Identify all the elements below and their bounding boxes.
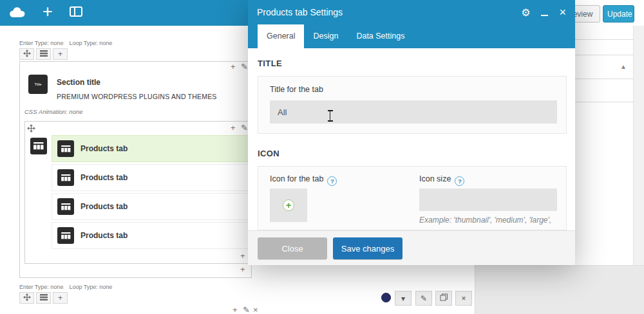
tab-data-settings[interactable]: Data Settings: [347, 24, 413, 48]
tab-row-icon: [57, 140, 74, 157]
icon-field-panel: Icon for the tab? + Icon size? Example: …: [258, 166, 567, 230]
edit-section-icon[interactable]: ✎: [241, 62, 248, 71]
modal-body: TITLE Title for the tab ICON Icon for th…: [248, 48, 575, 230]
title-section-heading: TITLE: [258, 59, 282, 68]
add-icon-button[interactable]: +: [283, 199, 294, 211]
add-element-icon[interactable]: +: [231, 62, 236, 71]
tab-row-label: Products tab: [80, 231, 128, 240]
row-layout-button[interactable]: [36, 48, 51, 60]
sidebar-panel: [575, 26, 633, 40]
close-button[interactable]: Close: [258, 237, 327, 259]
products-tab-row[interactable]: Products tab: [52, 135, 249, 162]
sidebar-panel: ▲: [575, 55, 633, 79]
title-field-label: Title for the tab: [270, 85, 323, 94]
delete-element-icon[interactable]: ×: [253, 306, 258, 314]
add-column-button[interactable]: +: [53, 48, 68, 60]
admin-background: [475, 265, 644, 314]
delete-button[interactable]: ×: [455, 291, 472, 306]
title-input[interactable]: [270, 100, 557, 124]
dropdown-toggle-button[interactable]: ▾: [395, 291, 412, 306]
tabs-element-icon: [30, 138, 47, 154]
logo-cloud-icon[interactable]: [8, 6, 26, 20]
products-tab-row[interactable]: Products tab: [52, 193, 249, 220]
scrollbar-track[interactable]: [633, 26, 644, 265]
tab-row-label: Products tab: [80, 144, 128, 153]
close-icon[interactable]: ×: [559, 6, 566, 18]
row-meta-bottom: Enter Type: none Loop Type: none: [19, 284, 112, 290]
editor-topbar: +: [0, 0, 248, 26]
add-element-icon[interactable]: +: [43, 3, 53, 21]
loop-type-label: Loop Type: none: [69, 284, 112, 290]
tab-design[interactable]: Design: [304, 24, 347, 48]
collapse-toggle-icon[interactable]: ▲: [620, 63, 627, 70]
color-indicator: [381, 293, 391, 302]
icon-section-heading: ICON: [258, 149, 279, 158]
duplicate-button[interactable]: [435, 291, 452, 306]
drag-row-button[interactable]: [19, 292, 34, 304]
products-tab-row[interactable]: Products tab: [52, 164, 249, 191]
minimize-icon[interactable]: [541, 15, 548, 16]
text-cursor: [327, 110, 334, 122]
caret-down-icon: ▾: [401, 294, 405, 303]
modal-header: Products tab Settings ⚙ ×: [248, 0, 575, 24]
icon-size-input[interactable]: [419, 189, 557, 211]
modal-tabbar: General Design Data Settings: [248, 24, 575, 48]
section-title-icon-text: Title: [34, 82, 41, 86]
add-inner-element-icon[interactable]: +: [240, 252, 245, 260]
tab-row-icon: [57, 227, 74, 244]
rows-icon: [40, 293, 48, 302]
page: Enter Type: none Loop Type: none + + ✎ T…: [0, 0, 644, 314]
icon-size-hint: Example: 'thumbnail', 'medium', 'large',: [419, 216, 551, 225]
icon-size-label-row: Icon size?: [419, 174, 464, 186]
row-layout-button[interactable]: [36, 292, 51, 304]
add-tab-icon[interactable]: +: [231, 124, 236, 132]
pencil-icon: ✎: [421, 294, 427, 303]
update-button[interactable]: Update: [603, 5, 634, 23]
tab-row-label: Products tab: [80, 173, 128, 182]
add-column-button[interactable]: +: [53, 292, 68, 304]
settings-gear-icon[interactable]: ⚙: [521, 6, 530, 19]
plus-icon: +: [58, 50, 62, 59]
drag-element-icon[interactable]: [27, 124, 35, 134]
copy-icon: [440, 293, 448, 303]
row-meta-top: Enter Type: none Loop Type: none: [19, 40, 112, 46]
modal-title: Products tab Settings: [257, 7, 521, 17]
section-subtitle: PREMIUM WORDPRESS PLUGINS AND THEMES: [57, 93, 217, 100]
help-icon[interactable]: ?: [327, 176, 337, 186]
templates-icon[interactable]: [70, 6, 82, 19]
row-controls-bottom: +: [19, 292, 68, 304]
sidebar-panel: [575, 79, 633, 102]
products-tab-row[interactable]: Products tab: [52, 222, 249, 249]
drag-row-button[interactable]: [19, 48, 34, 60]
css-animation-label: CSS Animation: none: [24, 108, 82, 115]
section-title-label: Section title: [57, 78, 100, 87]
entry-type-label: Enter Type: none: [19, 284, 63, 290]
tab-row-label: Products tab: [80, 202, 128, 211]
icon-field-label: Icon for the tab: [270, 174, 323, 183]
tab-row-icon: [57, 198, 74, 215]
edit-element-icon[interactable]: ✎: [243, 306, 250, 314]
modal-footer: Close Save changes: [248, 230, 575, 265]
row-controls-top: +: [19, 48, 68, 60]
section-title-element-icon: Title: [28, 75, 48, 94]
close-icon: ×: [461, 294, 466, 303]
edit-tabs-icon[interactable]: ✎: [241, 124, 248, 132]
entry-type-label: Enter Type: none: [19, 40, 63, 46]
rows-icon: [40, 50, 48, 59]
help-icon[interactable]: ?: [455, 176, 464, 186]
icon-picker[interactable]: +: [270, 189, 307, 222]
save-changes-button[interactable]: Save changes: [333, 237, 402, 259]
move-icon: [23, 293, 31, 303]
add-section-element-icon[interactable]: +: [240, 265, 245, 273]
edit-button[interactable]: ✎: [415, 291, 432, 306]
tab-general[interactable]: General: [258, 24, 304, 48]
title-field-panel: Title for the tab: [258, 76, 567, 134]
tab-row-icon: [57, 169, 74, 186]
loop-type-label: Loop Type: none: [69, 40, 112, 46]
plus-icon: +: [58, 293, 62, 302]
settings-modal: Products tab Settings ⚙ × General Design…: [248, 0, 575, 265]
add-element-icon[interactable]: +: [232, 306, 238, 314]
icon-size-label: Icon size: [419, 174, 451, 183]
move-icon: [23, 50, 31, 59]
icon-field-label-row: Icon for the tab?: [270, 174, 337, 186]
